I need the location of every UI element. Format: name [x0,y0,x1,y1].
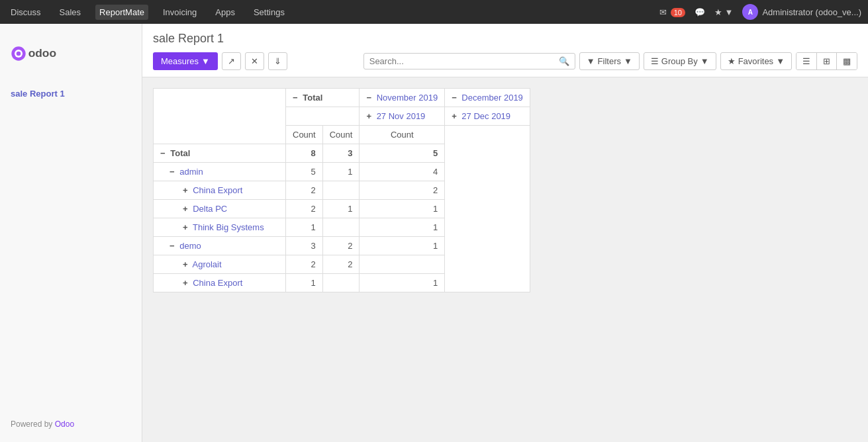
demo-label[interactable]: demo [179,241,201,251]
main-content: sale Report 1 Measures ▼ ↗ ✕ ⇓ 🔍 [142,24,868,442]
user-avatar[interactable]: A Administrator (odoo_ve...) [742,4,861,20]
china-export-demo-label[interactable]: China Export [193,278,242,288]
count-dec-header: Count [360,126,445,144]
think-big-label[interactable]: Think Big Systems [193,222,264,232]
filter-icon: ▼ [587,56,595,66]
total-count-nov: 3 [322,144,360,163]
search-icon: 🔍 [559,56,569,66]
delta-pc-count-dec: 1 [360,200,445,218]
group-by-button[interactable]: ☰ Group By ▼ [644,52,716,70]
total-label: Total [170,148,190,158]
expand-china-icon[interactable]: + [183,185,188,195]
expand-dec27-icon[interactable]: + [452,111,457,121]
delta-pc-count-nov: 1 [322,200,360,218]
sidebar-logo: odoo [0,30,142,83]
nav-discuss[interactable]: Discuss [7,5,45,20]
measures-button[interactable]: Measures ▼ [153,52,218,70]
nav-sales[interactable]: Sales [56,5,85,20]
list-view-button[interactable]: ☰ [796,53,816,69]
reset-button[interactable]: ✕ [245,52,264,70]
admin-count-total: 5 [286,163,323,181]
topnav-right: ✉ 10 💬 ★ ▼ A Administrator (odoo_ve...) [659,4,861,20]
favorites-label: Favorites [738,56,773,66]
favorites-chevron-icon: ▼ [776,56,785,66]
admin-label[interactable]: admin [179,167,203,177]
collapse-dec-icon[interactable]: − [452,93,457,103]
chat-icon[interactable]: 💬 [695,7,705,17]
page-title: sale Report 1 [153,32,857,46]
col-total-header: Total [303,93,322,103]
collapse-demo-icon[interactable]: − [169,241,175,251]
expand-button[interactable]: ↗ [222,52,241,70]
agrolait-count-dec [360,255,445,274]
col-dec-header[interactable]: December 2019 [461,93,523,103]
svg-text:odoo: odoo [28,46,56,60]
user-name: Administrator (odoo_ve...) [762,7,861,17]
expand-thinkbig-icon[interactable]: + [183,222,188,232]
col-dec27-header[interactable]: 27 Dec 2019 [461,111,510,121]
think-big-row: + Think Big Systems 1 1 [154,218,530,237]
content-toolbar: Measures ▼ ↗ ✕ ⇓ 🔍 ▼ Filters ▼ [153,52,857,77]
china-export-demo-count-total: 1 [286,274,323,292]
nav-settings[interactable]: Settings [250,5,289,20]
nav-reportmate[interactable]: ReportMate [95,5,148,20]
avatar-initials: A [742,4,758,20]
agrolait-count-nov: 2 [322,255,360,274]
think-big-count-nov [322,218,360,237]
admin-count-nov: 1 [322,163,360,181]
pivot-table: − Total − November 2019 − December 2019 [153,88,530,292]
apps-icon[interactable]: ★ ▼ [714,7,733,17]
col-nov27-header[interactable]: 27 Nov 2019 [377,111,426,121]
notification-icon[interactable]: ✉ 10 [659,7,685,17]
china-export-count-total: 2 [286,181,323,200]
china-export-label[interactable]: China Export [193,185,242,195]
odoo-brand: Odoo [55,420,74,429]
col-nov-header[interactable]: November 2019 [377,93,438,103]
sidebar-footer: Powered by Odoo [0,413,142,435]
nav-invoicing[interactable]: Invoicing [159,5,201,20]
delta-pc-label[interactable]: Delta PC [193,204,227,214]
favorites-button[interactable]: ★ Favorites ▼ [720,52,792,70]
demo-count-total: 3 [286,237,323,255]
expand-nov27-icon[interactable]: + [366,111,371,121]
filters-label: Filters [598,56,621,66]
measures-chevron-icon: ▼ [201,56,210,66]
expand-agrolait-icon[interactable]: + [183,259,188,269]
sidebar-item-sale-report[interactable]: sale Report 1 [0,83,142,104]
group-by-label: Group By [661,56,698,66]
nav-apps[interactable]: Apps [211,5,239,20]
demo-count-nov: 2 [322,237,360,255]
download-button[interactable]: ⇓ [268,52,287,70]
pivot-table-area: − Total − November 2019 − December 2019 [142,77,868,442]
agrolait-row: + Agrolait 2 2 [154,255,530,274]
star-icon: ★ [728,56,736,66]
sidebar: odoo sale Report 1 Powered by Odoo [0,24,142,442]
collapse-total-row-icon[interactable]: − [160,148,166,158]
expand-delta-icon[interactable]: + [183,204,188,214]
collapse-nov-icon[interactable]: − [366,93,371,103]
group-by-chevron-icon: ▼ [700,56,709,66]
toolbar-right: 🔍 ▼ Filters ▼ ☰ Group By ▼ ★ Favorite [363,52,857,70]
expand-china-demo-icon[interactable]: + [183,278,188,288]
collapse-total-col-icon[interactable]: − [293,93,298,103]
china-export-count-dec: 2 [360,181,445,200]
count-nov-header: Count [322,126,360,144]
search-box[interactable]: 🔍 [363,53,575,69]
content-header: sale Report 1 Measures ▼ ↗ ✕ ⇓ 🔍 [142,24,868,77]
view-switcher: ☰ ⊞ ▩ [796,52,857,70]
delta-pc-row: + Delta PC 2 1 1 [154,200,530,218]
delta-pc-count-total: 2 [286,200,323,218]
search-input[interactable] [369,56,559,66]
china-export-demo-count-nov [322,274,360,292]
china-export-demo-count-dec: 1 [360,274,445,292]
total-count-dec: 5 [360,144,445,163]
china-export-demo-row: + China Export 1 1 [154,274,530,292]
agrolait-label[interactable]: Agrolait [193,259,222,269]
top-navigation: Discuss Sales ReportMate Invoicing Apps … [0,0,868,24]
total-row: − Total 8 3 5 [154,144,530,163]
pivot-view-button[interactable]: ⊞ [816,53,836,69]
collapse-admin-icon[interactable]: − [169,167,175,177]
chart-view-button[interactable]: ▩ [836,53,857,69]
filters-button[interactable]: ▼ Filters ▼ [579,52,640,70]
agrolait-count-total: 2 [286,255,323,274]
